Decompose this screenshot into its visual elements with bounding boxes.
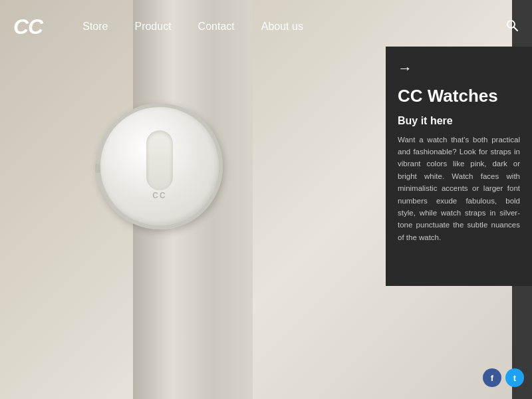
nav-links: Store Product Contact About us: [82, 21, 505, 33]
arrow-icon: →: [398, 60, 520, 77]
twitter-button[interactable]: t: [505, 368, 524, 387]
panel-body: Want a watch that's both practical and f…: [398, 134, 520, 244]
search-icon[interactable]: [505, 19, 519, 35]
nav-contact[interactable]: Contact: [198, 21, 235, 33]
svg-line-1: [514, 27, 518, 31]
nav-about[interactable]: About us: [261, 21, 303, 33]
facebook-button[interactable]: f: [483, 368, 501, 387]
panel-subtitle: Buy it here: [398, 115, 520, 127]
nav-store[interactable]: Store: [82, 21, 108, 33]
social-bar: f t: [483, 368, 524, 387]
info-panel: → CC Watches Buy it here Want a watch th…: [386, 47, 532, 286]
watch-image: CC: [96, 103, 229, 236]
navbar: CC Store Product Contact About us: [0, 0, 532, 53]
watch-brand-label: CC: [152, 191, 166, 200]
logo[interactable]: CC: [13, 15, 43, 39]
panel-title: CC Watches: [398, 86, 520, 106]
nav-product[interactable]: Product: [134, 21, 171, 33]
